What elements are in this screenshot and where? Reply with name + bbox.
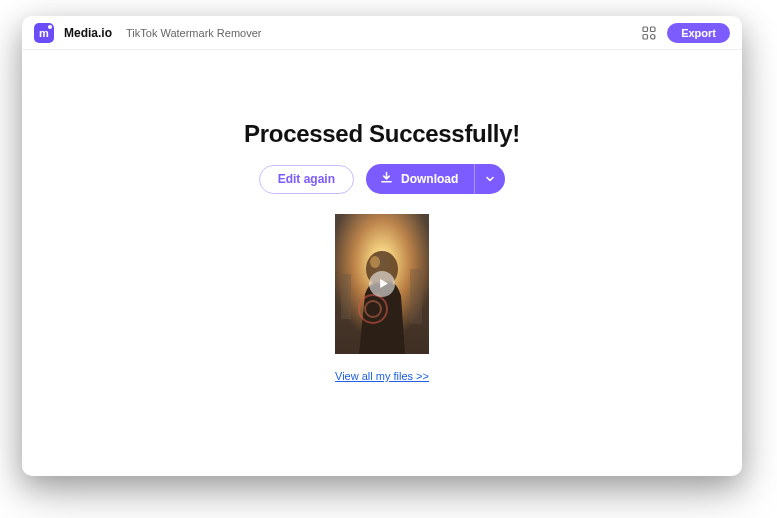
play-button-overlay[interactable]: [369, 271, 395, 297]
success-title: Processed Successfully!: [244, 120, 520, 148]
video-thumbnail[interactable]: [335, 214, 429, 354]
download-button-group: Download: [366, 164, 505, 194]
play-icon: [376, 275, 389, 293]
download-icon: [380, 171, 393, 187]
export-button[interactable]: Export: [667, 23, 730, 43]
svg-rect-7: [410, 269, 422, 324]
brand-name: Media.io: [64, 26, 112, 40]
header-bar: m Media.io TikTok Watermark Remover Expo…: [22, 16, 742, 50]
main-content: Processed Successfully! Edit again Downl…: [22, 50, 742, 476]
download-label: Download: [401, 172, 458, 186]
app-window: m Media.io TikTok Watermark Remover Expo…: [22, 16, 742, 476]
chevron-down-icon: [485, 172, 495, 187]
download-options-chevron[interactable]: [474, 164, 505, 194]
brand-logo[interactable]: m: [34, 23, 54, 43]
svg-rect-2: [643, 34, 648, 39]
svg-point-9: [370, 256, 380, 268]
svg-rect-3: [651, 34, 656, 39]
apps-grid-icon[interactable]: [641, 25, 657, 41]
action-button-row: Edit again Download: [259, 164, 506, 194]
tool-name: TikTok Watermark Remover: [126, 27, 261, 39]
svg-rect-0: [643, 27, 648, 32]
edit-again-button[interactable]: Edit again: [259, 165, 354, 194]
svg-rect-1: [651, 27, 656, 32]
view-all-files-link[interactable]: View all my files >>: [335, 370, 429, 382]
download-button[interactable]: Download: [366, 164, 474, 194]
svg-rect-6: [341, 274, 351, 319]
